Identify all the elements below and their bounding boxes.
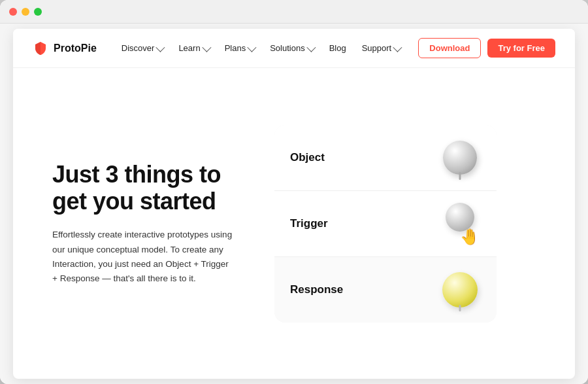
traffic-light-red[interactable]	[9, 8, 17, 16]
chevron-down-icon	[202, 43, 211, 52]
card-item-trigger: Trigger 🤚	[274, 191, 497, 257]
nav-plans-label: Plans	[225, 43, 246, 53]
card-object-label: Object	[290, 151, 429, 164]
page-wrapper: ProtoPie Discover Learn Plans	[13, 29, 575, 379]
hero-title: Just 3 things to get you started	[52, 161, 235, 215]
chevron-down-icon	[393, 43, 402, 52]
cards-panel: Object Trigger 🤚	[274, 125, 497, 323]
browser-window: ProtoPie Discover Learn Plans	[0, 0, 588, 384]
nav-item-plans[interactable]: Plans	[218, 39, 261, 57]
nav-discover-label: Discover	[122, 43, 155, 53]
protopie-logo-icon	[33, 41, 48, 56]
nav-blog-label: Blog	[329, 43, 346, 53]
nav-item-solutions[interactable]: Solutions	[263, 39, 319, 57]
nav-item-learn[interactable]: Learn	[172, 39, 215, 57]
try-for-free-button[interactable]: Try for Free	[487, 39, 555, 58]
nav-learn-label: Learn	[178, 43, 200, 53]
download-button[interactable]: Download	[418, 38, 481, 58]
response-sphere-icon	[442, 272, 478, 307]
browser-titlebar	[0, 0, 588, 24]
card-response-label: Response	[290, 283, 429, 296]
card-response-visual	[439, 269, 481, 311]
nav-support-label: Support	[362, 43, 392, 53]
traffic-light-green[interactable]	[34, 8, 42, 16]
chevron-down-icon	[306, 43, 316, 52]
nav-solutions-label: Solutions	[270, 43, 304, 53]
card-item-object: Object	[274, 125, 497, 191]
card-object-visual	[439, 137, 481, 179]
navbar: ProtoPie Discover Learn Plans	[13, 29, 575, 68]
main-content: Just 3 things to get you started Effortl…	[13, 68, 575, 379]
chevron-down-icon	[156, 43, 165, 52]
nav-item-support[interactable]: Support	[355, 39, 407, 57]
card-trigger-visual: 🤚	[439, 203, 481, 245]
card-trigger-label: Trigger	[290, 217, 429, 230]
hand-icon: 🤚	[460, 229, 480, 245]
hero-text: Just 3 things to get you started Effortl…	[52, 161, 235, 287]
chevron-down-icon	[247, 43, 256, 52]
object-sphere-icon	[443, 141, 477, 175]
nav-item-blog[interactable]: Blog	[323, 39, 353, 57]
hero-description: Effortlessly create interactive prototyp…	[52, 228, 235, 286]
card-item-response: Response	[274, 257, 497, 323]
trigger-sphere	[446, 203, 474, 232]
nav-item-discover[interactable]: Discover	[115, 39, 170, 57]
logo-area[interactable]: ProtoPie	[33, 41, 97, 56]
browser-content: ProtoPie Discover Learn Plans	[0, 24, 588, 384]
logo-text: ProtoPie	[54, 43, 97, 54]
nav-links: Discover Learn Plans Solutions	[115, 39, 419, 57]
nav-actions: Download Try for Free	[418, 38, 555, 58]
traffic-light-yellow[interactable]	[22, 8, 29, 16]
trigger-icon: 🤚	[439, 203, 481, 245]
